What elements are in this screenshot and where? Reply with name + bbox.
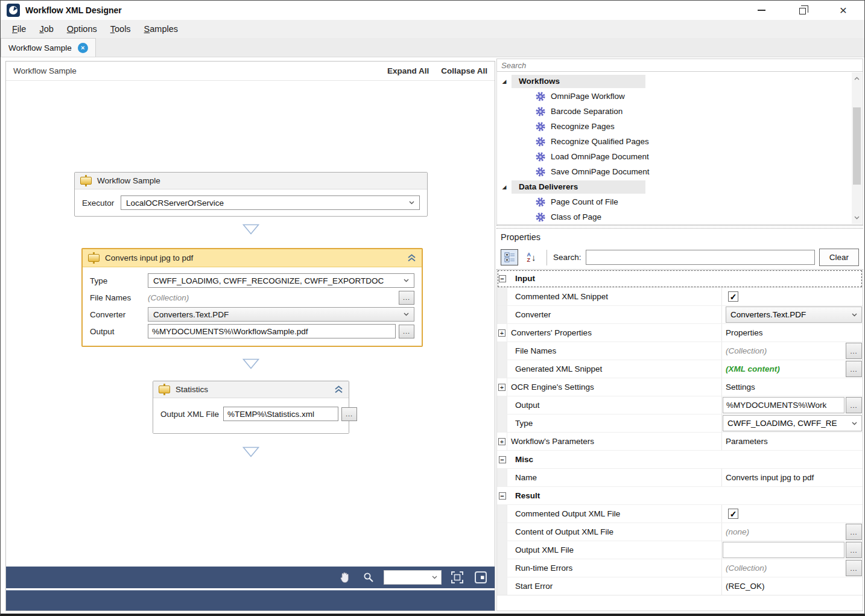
statistics-node[interactable]: Statistics Output XML File ... [153, 381, 349, 434]
output-xml-browse-button[interactable]: ... [341, 407, 357, 421]
categorized-icon [504, 252, 515, 262]
tree-item-omnipage-workflow[interactable]: OmniPage Workflow [497, 89, 863, 104]
property-row-generated-xml-snippet[interactable]: Generated XML Snippet (XML content) ... [497, 360, 863, 378]
checkbox-checked-icon[interactable] [728, 509, 738, 519]
gear-icon [536, 197, 545, 207]
property-row-output-xml-file[interactable]: Output XML File ... [497, 541, 863, 559]
collapse-category-icon[interactable] [499, 456, 506, 463]
property-row-workflows-parameters[interactable]: Workflow's Parameters Parameters [497, 433, 863, 451]
tree-item-recognize-pages[interactable]: Recognize Pages [497, 119, 863, 134]
property-row-ocr-engine-settings[interactable]: OCR Engine's Settings Settings [497, 378, 863, 396]
tree-item-label: Save OmniPage Document [551, 167, 650, 176]
tree-expanded-icon[interactable] [497, 78, 512, 84]
executor-dropdown[interactable]: LocalOCRServerOrService [121, 195, 420, 210]
errors-browse-button[interactable]: ... [846, 560, 862, 576]
zoom-tool-button[interactable] [360, 570, 376, 585]
output-field[interactable] [148, 324, 396, 338]
tree-item-recognize-qualified-pages[interactable]: Recognize Qualified Pages [497, 134, 863, 149]
fit-to-screen-button[interactable] [449, 570, 465, 585]
restore-button[interactable] [796, 4, 809, 17]
menu-file[interactable]: File [5, 22, 33, 36]
property-value: CWFF_LOADIMG, CWFF_RE [727, 419, 852, 428]
category-row-misc[interactable]: Misc [497, 451, 863, 469]
expand-property-icon[interactable] [498, 329, 505, 337]
tab-workflow-sample[interactable]: Workflow Sample × [1, 38, 96, 57]
collapse-all-link[interactable]: Collapse All [441, 66, 487, 75]
output-browse-button[interactable]: ... [846, 397, 862, 413]
scrollbar-thumb[interactable] [853, 107, 861, 185]
tree-item-load-omnipage-document[interactable]: Load OmniPage Document [497, 149, 863, 164]
node-header[interactable]: Statistics [153, 381, 349, 398]
gear-icon [536, 92, 545, 101]
tree-item-barcode-separation[interactable]: Barcode Separation [497, 104, 863, 119]
property-row-commented-xml-snippet[interactable]: Commented XML Snippet [497, 288, 863, 306]
tree-item-save-omnipage-document[interactable]: Save OmniPage Document [497, 164, 863, 179]
output-browse-button[interactable]: ... [399, 325, 414, 338]
overview-toggle-button[interactable] [472, 570, 489, 585]
tree-category-data-deliverers[interactable]: Data Deliverers [497, 179, 863, 194]
menu-samples[interactable]: Samples [138, 22, 185, 36]
category-label: Input [507, 270, 863, 287]
alphabetical-sort-button[interactable]: AZ ↓ [522, 249, 540, 265]
property-row-converter[interactable]: Converter Converters.Text.PDF [497, 306, 863, 324]
content-browse-button[interactable]: ... [846, 524, 862, 540]
collapse-node-button[interactable] [334, 386, 343, 393]
collapse-node-button[interactable] [407, 254, 416, 262]
node-header[interactable]: Converts input jpg to pdf [83, 249, 422, 267]
property-row-type[interactable]: Type CWFF_LOADIMG, CWFF_RE [497, 414, 863, 433]
collapse-category-icon[interactable] [499, 492, 506, 500]
library-search-input[interactable] [496, 59, 863, 72]
tree-scrollbar[interactable] [852, 72, 862, 224]
expand-property-icon[interactable] [498, 384, 505, 391]
checkbox-checked-icon[interactable] [728, 291, 738, 302]
tree-item-class-of-page[interactable]: Class of Page [497, 209, 863, 224]
converter-dropdown[interactable]: Converters.Text.PDF [148, 307, 414, 322]
menu-job[interactable]: Job [33, 22, 60, 36]
properties-search-input[interactable] [586, 250, 815, 265]
file-names-browse-button[interactable]: ... [846, 343, 862, 359]
categorized-view-button[interactable] [501, 249, 518, 265]
converter-value-dropdown[interactable]: Converters.Text.PDF [726, 306, 862, 323]
collapse-category-icon[interactable] [499, 275, 506, 282]
zoom-level-dropdown[interactable] [384, 570, 442, 585]
category-row-result[interactable]: Result [497, 487, 863, 505]
sort-arrow-icon: ↓ [531, 252, 536, 262]
property-row-commented-output-xml-file[interactable]: Commented Output XML File [497, 505, 863, 523]
expand-property-icon[interactable] [498, 438, 505, 445]
title-bar: Workflow XML Designer × [1, 1, 864, 20]
category-row-input[interactable]: Input [497, 270, 863, 288]
output-value-field[interactable] [723, 397, 844, 413]
pan-tool-button[interactable] [337, 570, 353, 585]
property-row-start-error[interactable]: Start Error (REC_OK) [497, 577, 863, 595]
scroll-down-icon[interactable] [852, 213, 862, 223]
file-names-browse-button[interactable]: ... [399, 291, 414, 305]
canvas-body[interactable]: Workflow Sample Executor LocalOCRServerO… [6, 81, 495, 567]
tree-item-page-count-of-file[interactable]: Page Count of File [497, 194, 863, 209]
xml-snippet-browse-button[interactable]: ... [846, 361, 862, 377]
property-row-converters-properties[interactable]: Converters' Properties Properties [497, 324, 863, 342]
clear-search-button[interactable]: Clear [819, 249, 859, 266]
scroll-up-icon[interactable] [852, 74, 862, 83]
tree-expanded-icon[interactable] [497, 184, 512, 190]
property-row-run-time-errors[interactable]: Run-time Errors (Collection) ... [497, 559, 863, 577]
expand-all-link[interactable]: Expand All [387, 66, 429, 75]
node-header[interactable]: Workflow Sample [75, 173, 427, 189]
output-xml-browse-button[interactable]: ... [846, 542, 862, 558]
tab-close-icon[interactable]: × [78, 43, 88, 53]
close-button[interactable]: × [837, 4, 850, 17]
menu-tools[interactable]: Tools [104, 22, 138, 36]
property-row-output[interactable]: Output ... [497, 396, 863, 414]
output-xml-file-field[interactable] [723, 542, 844, 558]
minimize-button[interactable] [755, 4, 768, 17]
type-dropdown[interactable]: CWFF_LOADIMG, CWFF_RECOGNIZE, CWFF_EXPOR… [148, 273, 414, 288]
property-row-content-of-output-xml-file[interactable]: Content of Output XML File (none) ... [497, 523, 863, 541]
tree-category-workflows[interactable]: Workflows [497, 74, 863, 89]
type-value-dropdown[interactable]: CWFF_LOADIMG, CWFF_RE [723, 415, 862, 431]
property-row-file-names[interactable]: File Names (Collection) ... [497, 342, 863, 360]
workflow-root-node[interactable]: Workflow Sample Executor LocalOCRServerO… [74, 172, 428, 217]
tree-category-label: Data Deliverers [512, 180, 645, 194]
menu-options[interactable]: Options [60, 22, 104, 36]
convert-step-node[interactable]: Converts input jpg to pdf Type [81, 248, 423, 347]
property-row-name[interactable]: Name Converts input jpg to pdf [497, 469, 863, 487]
output-xml-file-field[interactable] [223, 407, 338, 421]
